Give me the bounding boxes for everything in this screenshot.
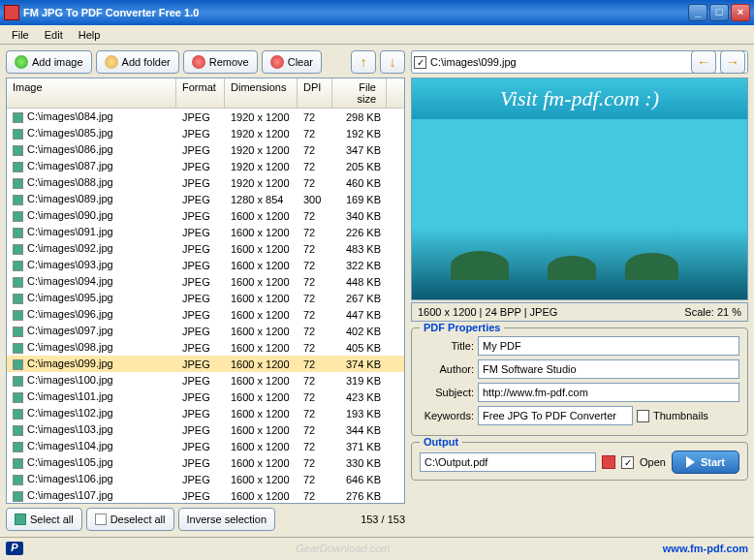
table-row[interactable]: C:\images\090.jpgJPEG1600 x 120072340 KB <box>7 207 404 224</box>
col-filesize[interactable]: File size <box>332 78 387 108</box>
paypal-icon[interactable]: P <box>6 542 23 555</box>
menu-help[interactable]: Help <box>71 27 109 42</box>
row-checkbox[interactable] <box>13 425 23 436</box>
open-checkbox[interactable]: ✓ <box>621 456 634 469</box>
col-dpi[interactable]: DPI <box>298 78 332 108</box>
maximize-button[interactable]: □ <box>709 4 729 21</box>
add-image-button[interactable]: Add image <box>6 50 92 74</box>
preview-path-input[interactable] <box>430 56 564 68</box>
table-row[interactable]: C:\images\092.jpgJPEG1600 x 120072483 KB <box>7 240 404 257</box>
author-input[interactable] <box>478 359 739 379</box>
table-row[interactable]: C:\images\099.jpgJPEG1600 x 120072374 KB <box>7 356 404 372</box>
row-checkbox[interactable] <box>13 261 23 271</box>
preview-checkbox[interactable]: ✓ <box>414 56 426 69</box>
clear-button[interactable]: Clear <box>262 50 322 74</box>
row-checkbox[interactable] <box>13 162 23 172</box>
thumbnails-checkbox[interactable] <box>637 410 649 422</box>
next-image-button[interactable]: → <box>720 50 745 74</box>
pdf-properties-group: PDF Properties Title: Author: Subject: K… <box>411 327 748 436</box>
open-label: Open <box>640 456 666 468</box>
title-input[interactable] <box>478 336 739 356</box>
table-row[interactable]: C:\images\107.jpgJPEG1600 x 120072276 KB <box>7 487 404 504</box>
table-row[interactable]: C:\images\105.jpgJPEG1600 x 120072330 KB <box>7 454 404 471</box>
col-image[interactable]: Image <box>7 78 176 108</box>
author-label: Author: <box>420 363 474 375</box>
table-row[interactable]: C:\images\094.jpgJPEG1600 x 120072448 KB <box>7 273 404 290</box>
table-header: Image Format Dimensions DPI File size <box>7 78 404 109</box>
row-checkbox[interactable] <box>13 112 23 123</box>
row-checkbox[interactable] <box>13 294 23 304</box>
table-row[interactable]: C:\images\091.jpgJPEG1600 x 120072226 KB <box>7 224 404 240</box>
inverse-selection-button[interactable]: Inverse selection <box>178 508 276 531</box>
table-row[interactable]: C:\images\093.jpgJPEG1600 x 120072322 KB <box>7 257 404 273</box>
prev-image-button[interactable]: ← <box>691 50 716 74</box>
plus-icon <box>15 55 28 69</box>
table-row[interactable]: C:\images\098.jpgJPEG1600 x 120072405 KB <box>7 339 404 356</box>
preview-scale: Scale: 21 % <box>684 306 741 318</box>
table-row[interactable]: C:\images\104.jpgJPEG1600 x 120072371 KB <box>7 438 404 454</box>
row-checkbox[interactable] <box>13 458 23 469</box>
add-folder-button[interactable]: Add folder <box>96 50 179 74</box>
preview-pane: Visit fm-pdf.com :) <box>411 78 748 300</box>
table-row[interactable]: C:\images\087.jpgJPEG1920 x 120072205 KB <box>7 158 404 174</box>
table-row[interactable]: C:\images\086.jpgJPEG1920 x 120072347 KB <box>7 141 404 158</box>
close-button[interactable]: × <box>731 4 750 21</box>
file-table[interactable]: Image Format Dimensions DPI File size C:… <box>6 78 405 504</box>
row-checkbox[interactable] <box>13 475 23 485</box>
keywords-label: Keywords: <box>420 410 474 421</box>
row-checkbox[interactable] <box>13 376 23 387</box>
folder-icon <box>105 55 118 69</box>
table-row[interactable]: C:\images\100.jpgJPEG1600 x 120072319 KB <box>7 372 404 389</box>
table-row[interactable]: C:\images\088.jpgJPEG1920 x 120072460 KB <box>7 174 404 191</box>
row-checkbox[interactable] <box>13 129 23 140</box>
move-down-button[interactable]: ↓ <box>380 50 405 74</box>
row-checkbox[interactable] <box>13 310 23 321</box>
table-row[interactable]: C:\images\102.jpgJPEG1600 x 120072193 KB <box>7 405 404 421</box>
row-checkbox[interactable] <box>13 211 23 222</box>
deselect-all-button[interactable]: Deselect all <box>86 508 174 531</box>
table-row[interactable]: C:\images\085.jpgJPEG1920 x 120072192 KB <box>7 125 404 141</box>
remove-button[interactable]: Remove <box>183 50 258 74</box>
move-up-button[interactable]: ↑ <box>351 50 376 74</box>
minimize-button[interactable]: _ <box>688 4 707 21</box>
menubar: File Edit Help <box>0 25 754 45</box>
row-checkbox[interactable] <box>13 409 23 420</box>
row-checkbox[interactable] <box>13 392 23 403</box>
row-checkbox[interactable] <box>13 359 23 370</box>
start-button[interactable]: Start <box>672 451 739 474</box>
row-checkbox[interactable] <box>13 178 23 189</box>
select-all-button[interactable]: Select all <box>6 508 82 531</box>
row-checkbox[interactable] <box>13 244 23 255</box>
table-row[interactable]: C:\images\095.jpgJPEG1600 x 120072267 KB <box>7 290 404 306</box>
row-checkbox[interactable] <box>13 277 23 288</box>
row-checkbox[interactable] <box>13 228 23 238</box>
website-link[interactable]: www.fm-pdf.com <box>663 543 748 554</box>
table-row[interactable]: C:\images\101.jpgJPEG1600 x 120072423 KB <box>7 389 404 405</box>
left-toolbar: Add image Add folder Remove Clear ↑ ↓ <box>6 50 405 74</box>
statusbar: P GearDownload.com www.fm-pdf.com <box>0 537 754 558</box>
menu-edit[interactable]: Edit <box>37 27 71 42</box>
preview-info: 1600 x 1200 | 24 BPP | JPEG <box>418 306 557 318</box>
row-checkbox[interactable] <box>13 491 23 502</box>
table-row[interactable]: C:\images\106.jpgJPEG1600 x 120072646 KB <box>7 471 404 487</box>
subject-label: Subject: <box>420 387 474 398</box>
keywords-input[interactable] <box>478 406 633 425</box>
pdf-properties-legend: PDF Properties <box>420 322 504 333</box>
table-row[interactable]: C:\images\089.jpgJPEG1280 x 854300169 KB <box>7 191 404 207</box>
table-row[interactable]: C:\images\103.jpgJPEG1600 x 120072344 KB <box>7 421 404 438</box>
table-row[interactable]: C:\images\097.jpgJPEG1600 x 120072402 KB <box>7 323 404 339</box>
window-title: FM JPG To PDF Converter Free 1.0 <box>23 7 688 18</box>
row-checkbox[interactable] <box>13 343 23 354</box>
minus-icon <box>192 55 205 69</box>
col-dimensions[interactable]: Dimensions <box>225 78 298 108</box>
subject-input[interactable] <box>478 383 739 402</box>
col-format[interactable]: Format <box>176 78 225 108</box>
table-row[interactable]: C:\images\096.jpgJPEG1600 x 120072447 KB <box>7 306 404 323</box>
output-path-input[interactable] <box>420 452 596 472</box>
row-checkbox[interactable] <box>13 145 23 156</box>
row-checkbox[interactable] <box>13 442 23 452</box>
row-checkbox[interactable] <box>13 327 23 337</box>
menu-file[interactable]: File <box>4 27 37 42</box>
table-row[interactable]: C:\images\084.jpgJPEG1920 x 120072298 KB <box>7 109 404 125</box>
row-checkbox[interactable] <box>13 195 23 205</box>
